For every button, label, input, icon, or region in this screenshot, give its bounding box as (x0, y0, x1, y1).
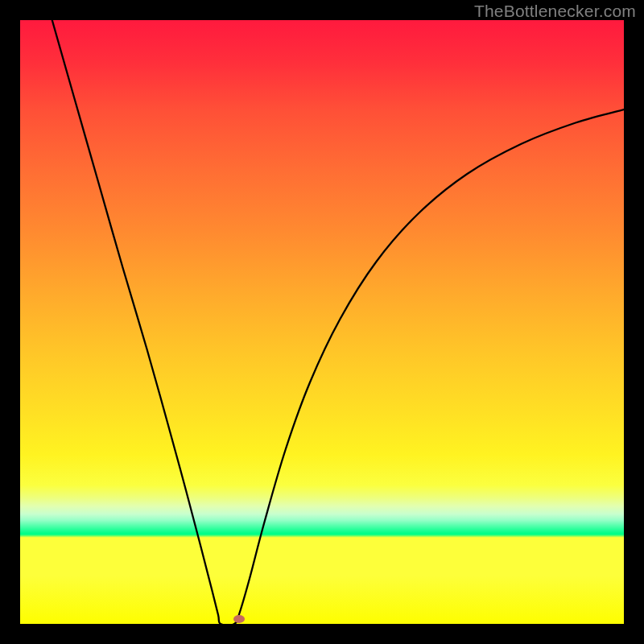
bottleneck-curve (20, 20, 624, 624)
watermark-text: TheBottlenecker.com (474, 2, 636, 21)
chart-frame: TheBottlenecker.com (0, 0, 644, 644)
plot-area (20, 20, 624, 624)
optimal-marker (233, 615, 245, 623)
